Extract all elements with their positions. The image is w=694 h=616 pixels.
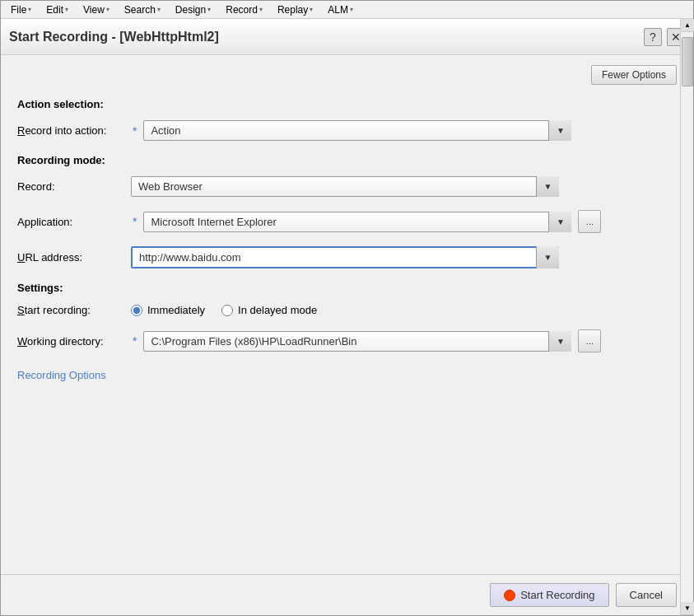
immediately-option[interactable]: Immediately	[131, 304, 205, 316]
application-row: Application: * Microsoft Internet Explor…	[17, 207, 677, 236]
menu-edit-label: Edit	[46, 4, 63, 16]
title-bar: Start Recording - [WebHttpHtml2] ? ✕	[1, 19, 693, 55]
application-select-wrapper: Microsoft Internet Explorer ▼	[143, 212, 571, 232]
immediately-label: Immediately	[147, 304, 205, 316]
recording-mode-label: Recording mode:	[17, 154, 677, 166]
working-directory-select[interactable]: C:\Program Files (x86)\HP\LoadRunner\Bin	[143, 331, 571, 352]
scrollbar-thumb[interactable]	[682, 37, 693, 86]
fewer-options-button[interactable]: Fewer Options	[591, 65, 677, 85]
working-directory-row: Working directory: * C:\Program Files (x…	[17, 326, 677, 356]
menu-search[interactable]: Search ▾	[118, 2, 167, 17]
start-recording-button-label: Start Recording	[520, 589, 594, 601]
menu-design[interactable]: Design ▾	[169, 2, 217, 17]
record-into-action-required: *	[133, 124, 137, 138]
record-select[interactable]: Web Browser	[131, 176, 559, 197]
menu-edit[interactable]: Edit ▾	[40, 2, 75, 17]
scroll-up-button[interactable]: ▲	[681, 19, 694, 32]
menu-file-label: File	[11, 4, 26, 16]
menu-view[interactable]: View ▾	[77, 2, 116, 17]
delayed-option[interactable]: In delayed mode	[221, 304, 317, 316]
record-into-action-select[interactable]: Action	[143, 120, 571, 141]
menu-alm-label: ALM	[328, 4, 348, 16]
menu-record-arrow: ▾	[259, 6, 263, 13]
menu-record[interactable]: Record ▾	[219, 2, 269, 17]
menu-record-label: Record	[226, 4, 258, 16]
delayed-label: In delayed mode	[238, 304, 317, 316]
cancel-button[interactable]: Cancel	[616, 583, 677, 607]
dialog-title: Start Recording - [WebHttpHtml2]	[9, 30, 219, 44]
menu-replay-label: Replay	[277, 4, 308, 16]
application-select[interactable]: Microsoft Internet Explorer	[143, 212, 571, 232]
menu-design-arrow: ▾	[207, 6, 211, 13]
vertical-scrollbar: ▲ ▼	[680, 19, 693, 615]
title-controls: ? ✕	[644, 28, 685, 46]
menu-search-label: Search	[124, 4, 156, 16]
help-icon: ?	[650, 30, 656, 44]
delayed-radio[interactable]	[221, 305, 233, 316]
application-label: Application:	[17, 216, 124, 228]
menu-view-arrow: ▾	[106, 6, 109, 13]
menu-replay[interactable]: Replay ▾	[271, 2, 319, 17]
record-dot-icon	[504, 590, 515, 601]
url-address-row: URL address: ▼	[17, 243, 677, 272]
recording-options-link[interactable]: Recording Options	[17, 369, 677, 381]
url-input-wrapper: ▼	[131, 246, 559, 268]
start-recording-row: Start recording: Immediately In delayed …	[17, 301, 677, 320]
url-address-label: URL address:	[17, 251, 124, 264]
dialog-footer: Start Recording Cancel	[1, 575, 693, 615]
menu-search-arrow: ▾	[157, 6, 161, 13]
record-row: Record: Web Browser ▼	[17, 173, 677, 200]
menu-replay-arrow: ▾	[310, 6, 313, 13]
menu-file-arrow: ▾	[28, 6, 31, 13]
menu-bar: File ▾ Edit ▾ View ▾ Search ▾ Design ▾ R…	[1, 1, 693, 19]
fewer-options-row: Fewer Options	[17, 65, 677, 85]
record-into-action-wrapper: Action ▼	[143, 120, 571, 141]
menu-alm-arrow: ▾	[350, 6, 353, 13]
dialog-content: Fewer Options Action selection: Record i…	[1, 55, 693, 567]
immediately-radio[interactable]	[131, 305, 142, 316]
start-recording-radio-group: Immediately In delayed mode	[131, 304, 317, 316]
menu-view-label: View	[83, 4, 105, 16]
menu-edit-arrow: ▾	[65, 6, 68, 13]
help-button[interactable]: ?	[644, 28, 662, 46]
settings-label: Settings:	[17, 282, 677, 294]
working-directory-browse-button[interactable]: ...	[578, 329, 601, 352]
record-select-wrapper: Web Browser ▼	[131, 176, 559, 197]
record-into-action-row: Record into action: * Action ▼	[17, 117, 677, 144]
menu-file[interactable]: File ▾	[4, 2, 38, 17]
menu-design-label: Design	[175, 4, 206, 16]
working-directory-required: *	[133, 334, 137, 348]
url-address-input[interactable]	[131, 246, 559, 268]
working-directory-label: Working directory:	[17, 335, 124, 348]
action-selection-label: Action selection:	[17, 98, 677, 110]
main-window: File ▾ Edit ▾ View ▾ Search ▾ Design ▾ R…	[0, 0, 694, 616]
scroll-down-button[interactable]: ▼	[681, 602, 694, 615]
start-recording-label: Start recording:	[17, 304, 124, 316]
record-into-action-label: Record into action:	[17, 124, 124, 137]
start-recording-button[interactable]: Start Recording	[490, 583, 608, 607]
application-required: *	[133, 215, 137, 228]
recording-options-link-text: Recording Options	[17, 369, 106, 381]
url-address-dropdown-icon[interactable]: ▼	[536, 246, 559, 268]
working-directory-select-wrapper: C:\Program Files (x86)\HP\LoadRunner\Bin…	[143, 331, 571, 352]
record-label: Record:	[17, 180, 124, 193]
application-browse-button[interactable]: ...	[578, 210, 601, 233]
menu-alm[interactable]: ALM ▾	[321, 2, 360, 17]
